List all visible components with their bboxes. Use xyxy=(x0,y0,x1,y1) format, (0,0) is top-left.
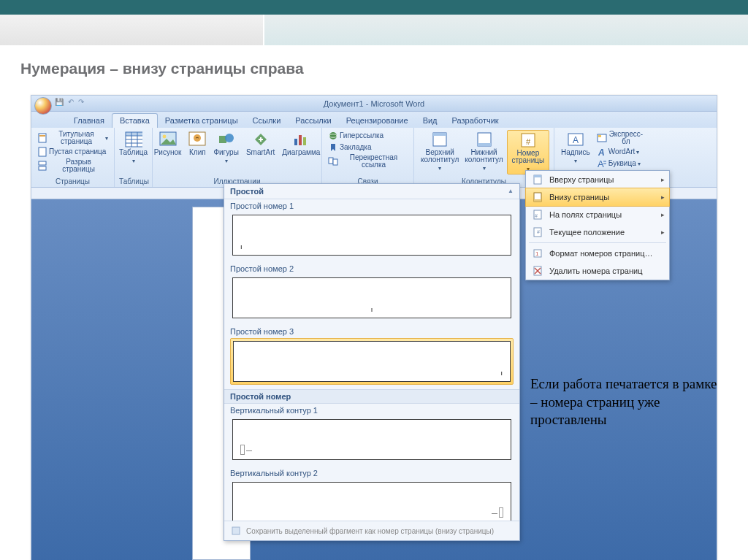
title-page-button[interactable]: Титульная страница▾ xyxy=(36,130,110,146)
svg-rect-2 xyxy=(39,147,46,156)
gallery-item-plain-1[interactable]: Простой номер 1 ı xyxy=(224,199,519,262)
undo-icon: ↶ xyxy=(68,98,74,106)
page-number-gallery: Простой ▲ Простой номер 1 ı Простой номе… xyxy=(224,183,520,541)
format-numbers-icon: 1 xyxy=(532,248,543,259)
header-button[interactable]: Верхний колонтитул▾ xyxy=(419,130,461,173)
crossref-icon xyxy=(328,156,338,166)
footer-label: Нижний колонтитул xyxy=(465,149,503,164)
menu-top-of-page-label: Вверху страницы xyxy=(549,175,614,184)
bottom-of-page-icon xyxy=(532,191,543,203)
scroll-up-icon[interactable]: ▲ xyxy=(508,188,514,194)
menu-page-margins-label: На полях страницы xyxy=(549,210,622,219)
shapes-button[interactable]: Фигуры▾ xyxy=(211,130,240,166)
page-number-menu: Вверху страницы ▸ Внизу страницы ▸ # На … xyxy=(525,170,670,280)
picture-button[interactable]: Рисунок xyxy=(152,130,184,158)
gallery-item-label: Вертикальный контур 2 xyxy=(230,469,514,477)
gallery-scroll[interactable]: Простой номер 1 ı Простой номер 2 ı Прос… xyxy=(224,199,519,521)
svg-rect-34 xyxy=(598,135,601,137)
tab-view[interactable]: Вид xyxy=(416,114,445,128)
tab-insert[interactable]: Вставка xyxy=(112,113,158,128)
tab-review[interactable]: Рецензирование xyxy=(339,114,416,128)
smartart-label: SmartArt xyxy=(246,149,275,156)
clip-button[interactable]: Клип xyxy=(186,130,208,158)
menu-page-margins[interactable]: # На полях страницы ▸ xyxy=(526,206,669,223)
blank-page-label: Пустая страница xyxy=(49,148,106,156)
group-illustrations: Рисунок Клип Фигуры▾ SmartArt Диаграмма xyxy=(153,128,322,187)
gallery-section-plain-number: Простой номер xyxy=(224,389,519,404)
gallery-item-vertical-1[interactable]: Вертикальный контур 1 — xyxy=(224,404,519,467)
quickparts-button[interactable]: Экспресс-бл xyxy=(595,130,645,146)
bookmark-button[interactable]: Закладка xyxy=(327,142,409,153)
wordart-button[interactable]: A WordArt▾ xyxy=(595,146,645,158)
hyperlink-button[interactable]: Гиперссылка xyxy=(327,130,409,142)
quick-access-toolbar[interactable]: 💾↶↷ xyxy=(55,98,84,106)
slide-title: Нумерация – внизу страницы справа xyxy=(0,45,748,88)
top-of-page-icon xyxy=(532,174,543,185)
svg-rect-20 xyxy=(303,137,306,145)
menu-remove-numbers-label: Удалить номера страниц xyxy=(549,266,643,275)
group-links: Гиперссылка Закладка Перекрестная ссылка… xyxy=(322,128,414,187)
chart-button[interactable]: Диаграмма xyxy=(280,130,322,158)
bookmark-label: Закладка xyxy=(340,144,371,151)
menu-bottom-of-page[interactable]: Внизу страницы ▸ xyxy=(525,188,670,207)
wordart-icon: A xyxy=(597,147,607,157)
wordart-label: WordArt xyxy=(608,148,636,156)
gallery-item-plain-2[interactable]: Простой номер 2 ı xyxy=(224,262,519,325)
page-num-mark: ı xyxy=(371,306,373,313)
svg-rect-4 xyxy=(39,166,46,170)
decorative-strip xyxy=(0,15,748,45)
gallery-item-label: Вертикальный контур 1 xyxy=(230,406,514,415)
chevron-right-icon: ▸ xyxy=(661,211,665,218)
svg-rect-11 xyxy=(126,132,142,136)
footer-button[interactable]: Нижний колонтитул▾ xyxy=(462,130,505,173)
office-button[interactable] xyxy=(34,97,52,115)
dropcap-icon: A xyxy=(597,158,607,169)
remove-numbers-icon xyxy=(532,265,543,277)
svg-rect-28 xyxy=(478,143,491,146)
page-number-label: Номер страницы xyxy=(510,150,546,164)
tab-developer[interactable]: Разработчик xyxy=(445,114,506,128)
chart-icon xyxy=(292,131,310,147)
page-number-icon: # xyxy=(519,132,537,148)
group-pages: Титульная страница▾ Пустая страница Разр… xyxy=(31,128,115,187)
svg-rect-52 xyxy=(232,527,240,534)
page-number-button[interactable]: # Номер страницы▾ xyxy=(507,130,549,174)
svg-rect-1 xyxy=(39,135,45,137)
window-title: Документ1 - Microsoft Word xyxy=(324,99,424,108)
svg-text:#: # xyxy=(537,229,540,234)
menu-format-numbers[interactable]: 1 Формат номеров страниц… xyxy=(526,245,669,262)
header-label: Верхний колонтитул xyxy=(421,149,459,164)
tab-references[interactable]: Ссылки xyxy=(245,114,289,128)
tab-page-layout[interactable]: Разметка страницы xyxy=(158,114,245,128)
dropcap-button[interactable]: A Буквица▾ xyxy=(595,158,645,169)
gallery-item-plain-3[interactable]: Простой номер 3 ı xyxy=(224,325,519,389)
picture-label: Рисунок xyxy=(154,149,182,156)
svg-rect-23 xyxy=(329,158,333,164)
textbox-button[interactable]: A Надпись▾ xyxy=(559,130,592,166)
svg-point-15 xyxy=(194,134,201,142)
smartart-button[interactable]: SmartArt xyxy=(244,130,277,158)
page-break-button[interactable]: Разрыв страницы xyxy=(36,158,110,174)
menu-remove-numbers[interactable]: Удалить номера страниц xyxy=(526,262,669,280)
shapes-label: Фигуры xyxy=(213,149,238,156)
redo-icon: ↷ xyxy=(78,98,84,106)
menu-top-of-page[interactable]: Вверху страницы ▸ xyxy=(526,171,669,188)
svg-text:A: A xyxy=(598,158,604,169)
hyperlink-icon xyxy=(328,131,338,141)
menu-current-position[interactable]: # Текущее положение ▸ xyxy=(526,223,669,241)
crossref-label: Перекрестная ссылка xyxy=(340,154,408,169)
blank-page-button[interactable]: Пустая страница xyxy=(36,146,110,158)
tab-mailings[interactable]: Рассылки xyxy=(288,114,338,128)
page-margins-icon: # xyxy=(532,209,543,220)
clip-label: Клип xyxy=(189,149,206,156)
title-page-label: Титульная страница xyxy=(49,131,104,145)
chevron-right-icon: ▸ xyxy=(661,176,665,183)
gallery-item-vertical-2[interactable]: Вертикальный контур 2 — xyxy=(224,467,519,521)
gallery-header: Простой ▲ xyxy=(224,184,519,199)
crossref-button[interactable]: Перекрестная ссылка xyxy=(327,153,409,169)
table-button[interactable]: Таблица ▾ xyxy=(117,130,150,166)
group-pages-label: Страницы xyxy=(36,177,110,186)
tab-home[interactable]: Главная xyxy=(66,114,112,128)
gallery-save-selection[interactable]: Сохранить выделенный фрагмент как номер … xyxy=(224,521,519,540)
chevron-right-icon: ▸ xyxy=(661,229,665,236)
